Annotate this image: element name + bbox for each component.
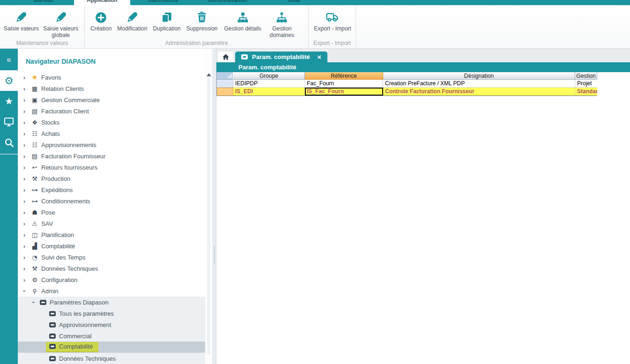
chevron-right-icon[interactable]: › (22, 130, 27, 137)
saisie-valeurs-globale-button[interactable]: Saisie valeurs globale (41, 10, 81, 39)
chevron-down-icon[interactable]: › (21, 288, 28, 294)
cell-designation[interactable]: Creation PreFacture / XML PDP (383, 80, 575, 88)
sidebar-item-planification[interactable]: › ◫ Planification (18, 229, 205, 240)
sidebar-item-commercial[interactable]: Commercial (18, 330, 205, 342)
sidebar-item-pose[interactable]: › ☗ Pose (18, 207, 205, 218)
tree-item-label: Planification (41, 231, 74, 238)
close-icon[interactable]: × (318, 53, 321, 61)
chevron-right-icon[interactable]: › (22, 108, 27, 115)
cell-groupe[interactable]: IEDIPDP (233, 80, 305, 88)
sidebar-item-expeditions[interactable]: › ⊶ Expéditions (18, 184, 205, 195)
sidebar-item-approvisionnements[interactable]: › ☷ Approvisionnements (18, 139, 205, 150)
row-selector-cell[interactable] (217, 88, 233, 96)
duplication-button[interactable]: Duplication (153, 10, 180, 32)
ribbon-group-label: Administration paramètre (85, 40, 308, 46)
table-row-selected[interactable]: IS_EDI IS_Fac_Fourn Controle Facturation… (217, 88, 597, 96)
sidebar-item-facturation-client[interactable]: › ▤ Facturation Client (18, 105, 205, 117)
select-all-cell[interactable] (217, 72, 233, 80)
chevron-right-icon[interactable]: › (22, 231, 27, 238)
toolbox-icon (49, 344, 56, 349)
sidebar-item-sav[interactable]: › ⚠ SAV (18, 218, 205, 229)
sidebar-item-stocks[interactable]: › ❖ Stocks (18, 117, 205, 128)
column-header-groupe[interactable]: Groupe (233, 72, 305, 80)
chevron-right-icon[interactable]: › (22, 220, 27, 227)
menu-tab-aide[interactable]: Aide (259, 0, 329, 5)
cell-gestion[interactable]: Standard (575, 88, 597, 96)
sidebar-item-conditionnements[interactable]: › ⊶ Conditionnements (18, 195, 205, 207)
cell-gestion[interactable]: Projet (575, 80, 597, 88)
modification-button[interactable]: Modification (117, 10, 147, 32)
sidebar-item-suivi-des-temps[interactable]: › ◔ Suivi des Temps (18, 252, 205, 263)
tab-param-comptabilite[interactable]: Param. comptabilité × (235, 52, 327, 62)
chevron-down-icon[interactable]: › (30, 299, 37, 305)
document-tabstrip: Param. comptabilité × (216, 49, 630, 62)
sidebar-item-configuration[interactable]: › ⚙ Configuration (18, 274, 205, 285)
menu-tab-application[interactable]: Application (74, 0, 130, 5)
saisie-valeurs-button[interactable]: Saisie valeurs (4, 10, 39, 32)
cell-reference[interactable]: Fac_Fourn (305, 80, 383, 88)
rail-item-screens[interactable] (0, 111, 18, 132)
sidebar-item-retours-fournisseurs[interactable]: › ↩ Retours fournisseurs (18, 162, 205, 173)
sidebar-item-comptabilite-param[interactable]: Comptabilité (18, 342, 205, 353)
sidebar-item-achats[interactable]: › ☷ Achats (18, 128, 205, 139)
chevron-right-icon[interactable]: › (22, 265, 27, 272)
table-row[interactable]: IEDIPDP Fac_Fourn Creation PreFacture / … (217, 80, 597, 88)
menu-tab-bureau[interactable]: Bureau (13, 0, 74, 5)
collapse-sidebar-button[interactable]: « (0, 49, 18, 70)
chevron-right-icon[interactable]: › (22, 85, 27, 92)
rail-item-search[interactable] (0, 132, 18, 153)
scrollbar-track[interactable] (207, 78, 210, 355)
home-tab[interactable] (218, 52, 233, 62)
creation-button[interactable]: Création (90, 10, 111, 32)
sidebar-item-facturation-fournisseur[interactable]: › ▤ Facturation Fournisseur (18, 150, 205, 162)
menu-tab-administration[interactable]: Administration (196, 0, 259, 5)
splitter-grip-icon[interactable] (213, 245, 215, 264)
rail-item-favorites[interactable]: ★ (0, 91, 18, 111)
chevron-right-icon[interactable]: › (22, 243, 27, 250)
cell-groupe[interactable]: IS_EDI (233, 88, 305, 96)
sidebar-item-donnees-techniques-param[interactable]: Données Techniques (18, 353, 205, 364)
column-header-designation[interactable]: Désignation (383, 72, 575, 80)
chevron-right-icon[interactable]: › (22, 153, 27, 160)
chevron-right-icon[interactable]: › (22, 175, 27, 182)
sidebar-item-approvisionnement[interactable]: Approvisionnement (18, 319, 205, 330)
trash-icon (196, 10, 208, 24)
export-import-button[interactable]: Export - Import (314, 10, 351, 32)
sidebar-item-gestion-commerciale[interactable]: › ▣ Gestion Commerciale (18, 94, 205, 105)
sidebar-item-production[interactable]: › ⚒ Production (18, 173, 205, 184)
column-header-gestion[interactable]: Gestion (575, 72, 597, 80)
briefcase-icon: ▣ (30, 97, 39, 104)
sidebar-item-favoris[interactable]: › ★ Favoris (18, 72, 205, 83)
button-label: Modification (117, 26, 147, 32)
chevron-right-icon[interactable]: › (22, 74, 27, 81)
panel-splitter[interactable] (212, 49, 216, 364)
cell-designation[interactable]: Controle Facturation Fournisseur (383, 88, 575, 96)
chevron-right-icon[interactable]: › (22, 198, 27, 205)
scroll-up-arrow-icon[interactable] (207, 73, 211, 76)
menu-tab-raccourcis[interactable]: Raccourcis (130, 0, 196, 5)
sidebar-item-relation-clients[interactable]: › ▦ Relation Clients (18, 83, 205, 94)
chevron-right-icon[interactable]: › (22, 209, 27, 216)
gestion-domaines-button[interactable]: Gestion domaines (267, 10, 297, 39)
sidebar-item-comptabilite[interactable]: › ▟ Comptabilité (18, 240, 205, 252)
chevron-right-icon[interactable]: › (22, 276, 27, 283)
rail-item-modules[interactable]: ⚙ (0, 70, 18, 91)
suppression-button[interactable]: Suppression (186, 10, 218, 32)
sidebar-item-admin[interactable]: › ⚲ Admin (18, 285, 205, 297)
chevron-right-icon[interactable]: › (22, 164, 27, 171)
chevron-right-icon[interactable]: › (22, 119, 27, 126)
people-icon: ☷ (30, 130, 39, 137)
gestion-details-button[interactable]: Gestion détails (224, 10, 261, 32)
tree-scrollbar[interactable] (205, 49, 212, 364)
row-selector-cell[interactable] (217, 80, 233, 88)
chevron-right-icon[interactable]: › (22, 186, 27, 193)
chevron-right-icon[interactable]: › (22, 97, 27, 104)
cell-reference-focused[interactable]: IS_Fac_Fourn (305, 88, 383, 96)
column-header-reference[interactable]: Référence (305, 72, 383, 80)
sidebar-item-tous-les-parametres[interactable]: Tous les paramètres (18, 308, 205, 319)
chevron-right-icon[interactable]: › (22, 141, 27, 149)
sidebar-item-donnees-techniques[interactable]: › ⚒ Données Techniques (18, 263, 205, 274)
key-chain-icon: ⊶ (30, 186, 39, 193)
chevron-right-icon[interactable]: › (22, 254, 27, 261)
sidebar-item-parametres-diapason[interactable]: › Paramètres Diapason (18, 297, 205, 308)
